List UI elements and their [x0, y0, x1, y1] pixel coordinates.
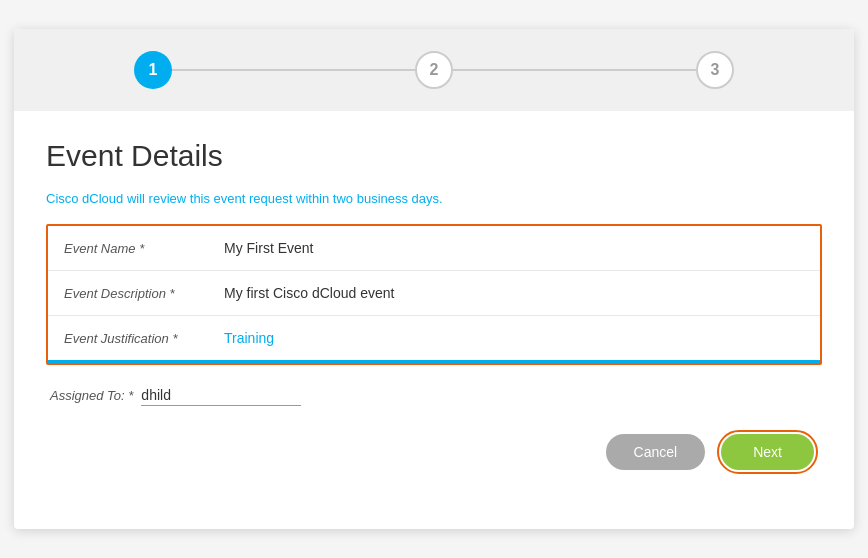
step-1: 1 [134, 51, 172, 89]
event-description-label: Event Description * [64, 286, 224, 301]
event-name-row: Event Name * My First Event [48, 226, 820, 271]
event-justification-row: Event Justification * Training [48, 316, 820, 363]
button-row: Cancel Next [46, 430, 822, 474]
stepper-wrapper: 1 2 3 [134, 51, 734, 89]
step-line-2 [453, 69, 696, 71]
assigned-to-row: Assigned To: * [46, 385, 822, 406]
cancel-button[interactable]: Cancel [606, 434, 706, 470]
step-2: 2 [415, 51, 453, 89]
info-text: Cisco dCloud will review this event requ… [46, 191, 822, 206]
content-area: Event Details Cisco dCloud will review t… [14, 111, 854, 498]
next-button[interactable]: Next [721, 434, 814, 470]
step-3: 3 [696, 51, 734, 89]
form-box: Event Name * My First Event Event Descri… [46, 224, 822, 365]
stepper-bar: 1 2 3 [14, 29, 854, 111]
event-name-value: My First Event [224, 240, 804, 256]
event-name-label: Event Name * [64, 241, 224, 256]
event-justification-value: Training [224, 330, 804, 346]
next-button-wrapper: Next [717, 430, 818, 474]
modal-container: 1 2 3 Event Details Cisco dCloud will re… [14, 29, 854, 529]
event-justification-label: Event Justification * [64, 331, 224, 346]
step-line-1 [172, 69, 415, 71]
assigned-to-label: Assigned To: * [50, 388, 133, 403]
event-description-row: Event Description * My first Cisco dClou… [48, 271, 820, 316]
page-title: Event Details [46, 139, 822, 173]
assigned-to-input[interactable] [141, 385, 301, 406]
event-description-value: My first Cisco dCloud event [224, 285, 804, 301]
